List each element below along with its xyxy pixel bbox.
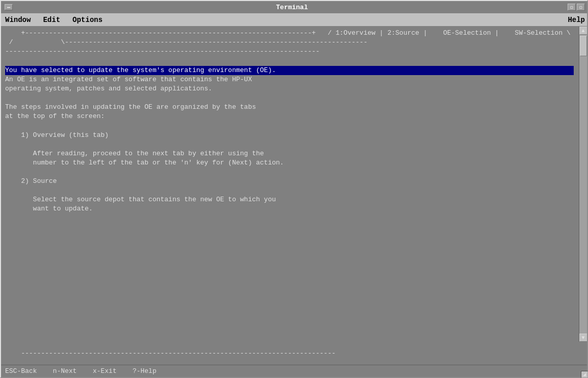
terminal-window: — Terminal ◻ ◻ Window Edit Options Help … <box>0 0 588 378</box>
menu-bar: Window Edit Options Help <box>1 13 587 27</box>
body-line-5: After reading, proceed to the next tab b… <box>5 149 574 158</box>
iconify-button[interactable]: ◻ <box>568 4 576 11</box>
title-bar-left: — <box>1 4 16 10</box>
body-line-8: Select the source depot that contains th… <box>5 195 574 204</box>
title-bar: — Terminal ◻ ◻ <box>1 1 587 13</box>
tab-row: / 1:Overview | 2:Source | OE-Selection |… <box>320 29 570 37</box>
empty-line-1 <box>5 57 574 66</box>
body-line-0: An OE is an integrated set of software t… <box>5 75 574 84</box>
menu-window[interactable]: Window <box>3 15 33 25</box>
terminal-area: +---------------------------------------… <box>1 27 587 342</box>
scroll-corner-icon: ◢ <box>581 371 588 378</box>
menu-items: Window Edit Options <box>3 15 568 25</box>
terminal-content: +---------------------------------------… <box>5 29 583 340</box>
highlighted-text: You have selected to update the system's… <box>5 66 574 75</box>
scrollbar[interactable]: ▲ ▼ <box>579 27 587 342</box>
maximize-button[interactable]: ◻ <box>577 4 585 11</box>
empty-line-4 <box>5 140 574 149</box>
scrollbar-down-button[interactable]: ▼ <box>579 334 587 342</box>
empty-line-6 <box>5 186 574 195</box>
bottom-separator: ----------------------------------------… <box>1 342 587 365</box>
menu-options[interactable]: Options <box>70 15 105 25</box>
tab-slash: / \-------------------------------------… <box>5 38 368 46</box>
body-line-6: number to the left of the tab or the 'n'… <box>5 158 574 168</box>
body-line-2: The steps involved in updating the OE ar… <box>5 103 574 112</box>
scrollbar-thumb[interactable] <box>580 36 587 56</box>
empty-line-2 <box>5 93 574 103</box>
menu-help[interactable]: Help <box>568 16 585 24</box>
body-line-9: want to update. <box>5 204 574 214</box>
minimize-button[interactable]: — <box>5 4 13 10</box>
status-bar: ESC-Back n-Next x-Exit ?-Help ◢ <box>1 365 587 377</box>
title-bar-right: ◻ ◻ <box>568 4 587 11</box>
body-line-7: 2) Source <box>5 177 574 186</box>
body-line-3: at the top of the screen: <box>5 112 574 121</box>
window-title: Terminal <box>16 4 568 11</box>
scrollbar-up-button[interactable]: ▲ <box>579 27 587 35</box>
empty-line-3 <box>5 122 574 131</box>
body-line-4: 1) Overview (this tab) <box>5 131 574 140</box>
status-text: ESC-Back n-Next x-Exit ?-Help <box>5 367 156 375</box>
menu-edit[interactable]: Edit <box>41 15 62 25</box>
separator-top: ----------------------------------------… <box>5 48 320 55</box>
bottom-sep-line: ----------------------------------------… <box>21 349 335 357</box>
body-line-1: operating system, patches and selected a… <box>5 84 574 93</box>
tab-top-border: +---------------------------------------… <box>5 29 316 37</box>
empty-line-5 <box>5 168 574 177</box>
